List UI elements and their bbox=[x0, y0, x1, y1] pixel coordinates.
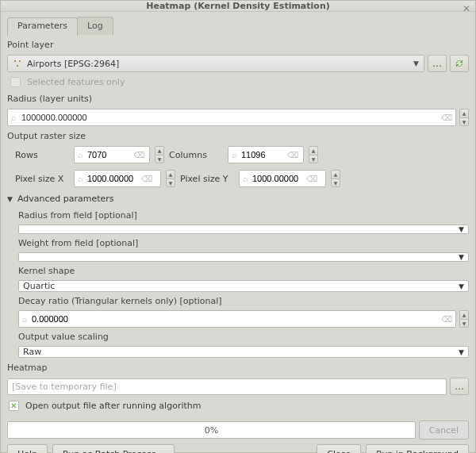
help-button[interactable]: Help bbox=[7, 444, 48, 453]
tab-log[interactable]: Log bbox=[77, 17, 113, 35]
output-scaling-value: Raw bbox=[23, 347, 41, 357]
clear-icon[interactable]: ⌫ bbox=[287, 151, 298, 159]
pixel-y-spinner[interactable]: ▲▼ bbox=[331, 170, 340, 187]
radius-spinner[interactable]: ▲▼ bbox=[459, 109, 469, 126]
point-layer-combo[interactable]: Airports [EPSG:2964] ▼ bbox=[7, 55, 424, 72]
search-icon: ⌕ bbox=[11, 113, 17, 123]
heatmap-output-input[interactable]: [Save to temporary file] bbox=[7, 378, 447, 395]
search-icon: ⌕ bbox=[78, 174, 83, 184]
selected-features-row: Selected features only bbox=[7, 75, 469, 89]
chevron-down-icon: ▼ bbox=[459, 253, 464, 261]
chevron-down-icon: ▼ bbox=[459, 282, 464, 290]
tab-parameters[interactable]: Parameters bbox=[7, 17, 78, 36]
label-rows: Rows bbox=[15, 150, 69, 160]
radius-input[interactable] bbox=[20, 112, 438, 123]
label-selected-only: Selected features only bbox=[27, 77, 125, 87]
browse-layer-button[interactable]: … bbox=[428, 55, 447, 72]
label-kernel-shape: Kernel shape bbox=[18, 264, 469, 278]
label-weight-field: Weight from field [optional] bbox=[18, 236, 469, 250]
decay-ratio-input[interactable] bbox=[30, 313, 441, 324]
label-point-layer: Point layer bbox=[7, 38, 469, 52]
tab-bar: Parameters Log bbox=[7, 17, 469, 35]
progress-text: 0% bbox=[205, 425, 218, 436]
advanced-header[interactable]: ▼ Advanced parameters bbox=[7, 190, 469, 205]
close-icon[interactable]: ✕ bbox=[463, 3, 470, 14]
pixel-x-spinner[interactable]: ▲▼ bbox=[166, 170, 175, 187]
titlebar: Heatmap (Kernel Density Estimation) ✕ bbox=[1, 1, 475, 12]
point-layer-value: Airports [EPSG:2964] bbox=[27, 59, 119, 69]
chevron-down-icon: ▼ bbox=[459, 348, 464, 356]
heatmap-placeholder: [Save to temporary file] bbox=[12, 382, 117, 392]
label-radius: Radius (layer units) bbox=[7, 92, 469, 106]
search-icon: ⌕ bbox=[22, 314, 28, 324]
decay-ratio-field: ⌕ ⌫ bbox=[18, 310, 456, 328]
clear-icon[interactable]: ⌫ bbox=[306, 175, 317, 183]
selected-features-checkbox bbox=[10, 77, 21, 87]
cancel-button: Cancel bbox=[419, 420, 469, 440]
kernel-shape-select[interactable]: Quartic ▼ bbox=[18, 280, 469, 292]
weight-field-select[interactable]: ▼ bbox=[18, 252, 469, 262]
columns-field: ⌕ ⌫ bbox=[228, 146, 304, 163]
rows-spinner[interactable]: ▲▼ bbox=[155, 146, 164, 163]
clear-icon[interactable]: ⌫ bbox=[133, 151, 144, 159]
browse-output-button[interactable]: … bbox=[450, 378, 469, 395]
search-icon: ⌕ bbox=[232, 150, 237, 160]
run-background-button[interactable]: Run in Background bbox=[366, 444, 469, 453]
label-pixel-x: Pixel size X bbox=[15, 174, 69, 184]
rows-field: ⌕ ⌫ bbox=[74, 146, 150, 163]
expand-down-icon: ▼ bbox=[7, 195, 13, 203]
pixel-x-input[interactable] bbox=[86, 173, 141, 184]
label-open-after: Open output file after running algorithm bbox=[25, 401, 201, 411]
decay-spinner[interactable]: ▲▼ bbox=[459, 310, 469, 328]
iterate-button[interactable] bbox=[450, 55, 469, 72]
batch-button[interactable]: Run as Batch Process... bbox=[52, 444, 175, 453]
pixel-y-input[interactable] bbox=[251, 173, 306, 184]
clear-icon[interactable]: ⌫ bbox=[441, 113, 452, 122]
label-columns: Columns bbox=[169, 150, 223, 160]
dialog-window: Heatmap (Kernel Density Estimation) ✕ Pa… bbox=[0, 0, 476, 453]
label-output-scaling: Output value scaling bbox=[18, 330, 469, 344]
chevron-down-icon: ▼ bbox=[413, 60, 419, 67]
rows-input[interactable] bbox=[86, 149, 133, 160]
columns-spinner[interactable]: ▲▼ bbox=[309, 146, 318, 163]
label-heatmap: Heatmap bbox=[7, 361, 469, 374]
output-scaling-select[interactable]: Raw ▼ bbox=[18, 346, 469, 358]
clear-icon[interactable]: ⌫ bbox=[141, 175, 152, 183]
radius-field-select[interactable]: ▼ bbox=[18, 225, 469, 234]
label-decay-ratio: Decay ratio (Triangular kernels only) [o… bbox=[18, 294, 469, 308]
close-button[interactable]: Close bbox=[317, 444, 361, 453]
pixel-y-field: ⌕ ⌫ bbox=[239, 170, 326, 187]
label-radius-field: Radius from field [optional] bbox=[18, 209, 469, 222]
search-icon: ⌕ bbox=[243, 174, 248, 184]
columns-input[interactable] bbox=[240, 149, 287, 160]
label-advanced: Advanced parameters bbox=[17, 194, 114, 204]
label-pixel-y: Pixel size Y bbox=[180, 174, 234, 184]
pixel-x-field: ⌕ ⌫ bbox=[74, 170, 161, 187]
label-output-size: Output raster size bbox=[7, 129, 469, 143]
open-after-checkbox[interactable] bbox=[9, 401, 19, 411]
layer-points-icon bbox=[13, 59, 22, 68]
progress-bar: 0% bbox=[7, 421, 416, 439]
clear-icon[interactable]: ⌫ bbox=[441, 315, 452, 324]
radius-input-wrap: ⌕ ⌫ bbox=[7, 109, 456, 126]
chevron-down-icon: ▼ bbox=[459, 225, 464, 233]
window-title: Heatmap (Kernel Density Estimation) bbox=[146, 1, 330, 11]
kernel-shape-value: Quartic bbox=[23, 281, 55, 291]
search-icon: ⌕ bbox=[78, 150, 83, 160]
parameters-panel: Point layer Airports [EPSG:2964] ▼ … Sel… bbox=[7, 38, 469, 453]
